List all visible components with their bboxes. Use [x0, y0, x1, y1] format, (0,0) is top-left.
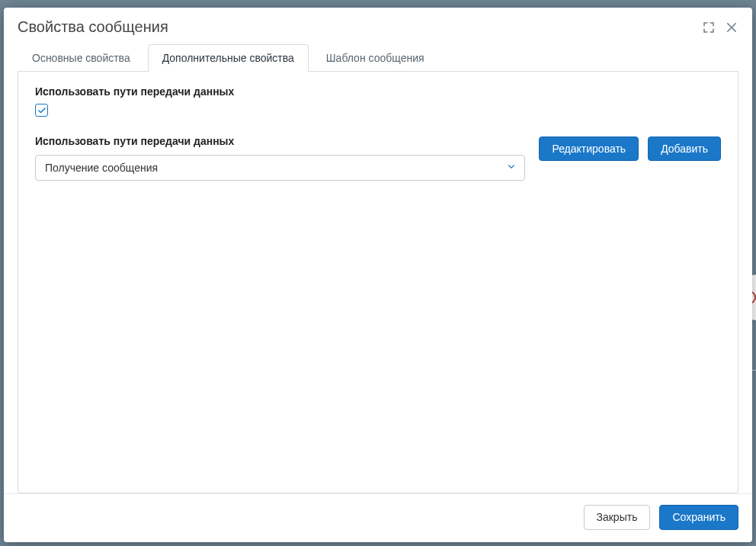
tab-body-additional: Использовать пути передачи данных Исполь…: [18, 72, 738, 493]
data-paths-select-value: Получение сообщения: [45, 162, 158, 174]
tab-additional-properties[interactable]: Дополнительные свойства: [148, 44, 309, 72]
data-paths-select-label: Использовать пути передачи данных: [35, 135, 525, 147]
use-data-paths-checkbox[interactable]: [35, 104, 48, 117]
save-button[interactable]: Сохранить: [659, 505, 738, 530]
tab-bar: Основные свойства Дополнительные свойств…: [18, 43, 738, 72]
modal-header: Свойства сообщения: [4, 8, 752, 43]
tab-message-template[interactable]: Шаблон сообщения: [312, 44, 439, 72]
modal-footer: Закрыть Сохранить: [4, 493, 752, 542]
data-paths-select[interactable]: Получение сообщения: [35, 155, 525, 181]
modal-title: Свойства сообщения: [18, 18, 702, 36]
chevron-down-icon: [506, 161, 517, 174]
modal-backdrop: Свойства сообщения Основные свойства Доп…: [0, 0, 756, 546]
tab-basic-properties[interactable]: Основные свойства: [18, 44, 145, 72]
add-button[interactable]: Добавить: [648, 136, 721, 162]
maximize-icon[interactable]: [702, 21, 716, 34]
edit-button[interactable]: Редактировать: [539, 136, 639, 162]
message-properties-modal: Свойства сообщения Основные свойства Доп…: [4, 8, 752, 542]
close-icon[interactable]: [725, 21, 738, 34]
use-data-paths-label: Использовать пути передачи данных: [35, 85, 721, 98]
close-button[interactable]: Закрыть: [584, 505, 651, 530]
